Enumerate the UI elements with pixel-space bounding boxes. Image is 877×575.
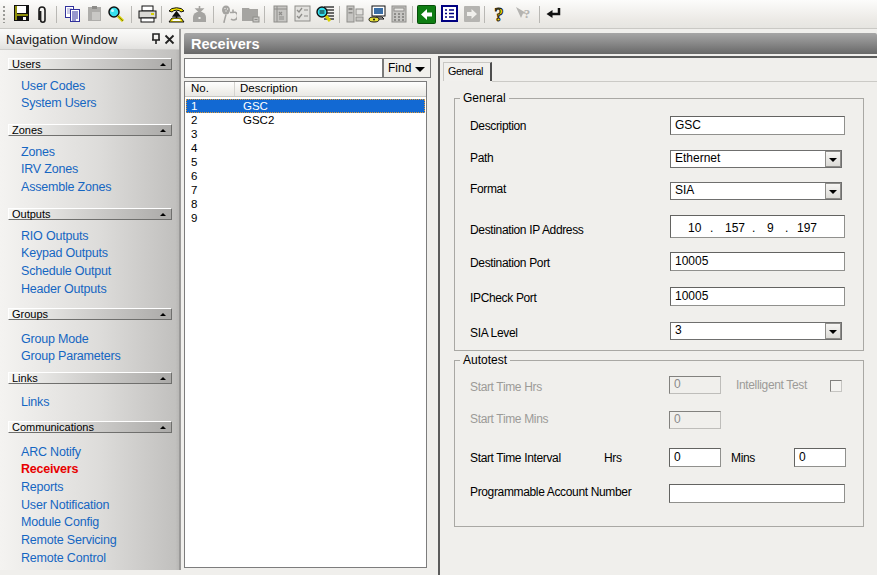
svg-text:?: ?: [494, 5, 504, 24]
svg-text:?: ?: [524, 6, 531, 21]
